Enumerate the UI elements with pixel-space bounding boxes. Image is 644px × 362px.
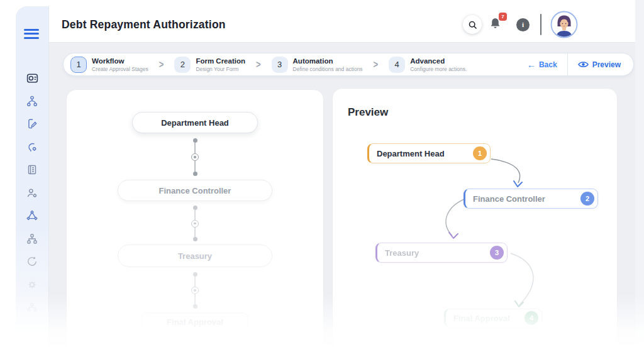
- info-button[interactable]: i: [516, 6, 530, 43]
- search-button[interactable]: [463, 6, 482, 43]
- stage-node-treasury[interactable]: Treasury: [118, 244, 272, 267]
- approval-stages-icon: [26, 95, 38, 107]
- sidebar-item-forms[interactable]: [16, 112, 48, 136]
- sidebar-item-settings[interactable]: [16, 273, 48, 297]
- preview-stage-label: Final Approval: [453, 314, 510, 323]
- sidebar-item-user-settings[interactable]: [16, 182, 48, 205]
- sitemap-icon: [26, 301, 38, 314]
- form-edit-icon: [26, 118, 38, 130]
- sidebar-item-teams[interactable]: [16, 296, 48, 319]
- info-icon: i: [516, 18, 530, 31]
- sidebar-item-org-chart[interactable]: [16, 228, 48, 251]
- page-gutter: [635, 0, 644, 362]
- org-chart-icon: [26, 233, 38, 245]
- sidebar: [16, 6, 49, 362]
- step-3-description: Define conditions and actions: [293, 66, 363, 72]
- search-icon: [468, 20, 477, 30]
- notifications-button[interactable]: 7: [489, 6, 502, 43]
- sidebar-item-network[interactable]: [16, 204, 48, 228]
- preview-stage-label: Department Head: [377, 149, 445, 158]
- step-2-description: Design Your Form: [196, 66, 245, 72]
- stage-node-department-head[interactable]: Department Head: [132, 112, 258, 133]
- report-icon: [26, 163, 38, 176]
- arrowhead-blue: [514, 181, 522, 187]
- connector-add-node[interactable]: [191, 153, 199, 161]
- notification-badge: 7: [499, 13, 507, 21]
- back-label: Back: [539, 60, 557, 69]
- connector-add-node[interactable]: [191, 287, 199, 294]
- step-4-description: Configure more actions.: [410, 66, 467, 72]
- step-3-label: Automation: [293, 57, 363, 65]
- preview-stage-treasury: Treasury 3: [375, 243, 508, 263]
- step-4-label: Advanced: [410, 57, 467, 65]
- chevron-right-icon: >: [374, 58, 379, 70]
- sidebar-item-dashboard[interactable]: [16, 67, 48, 90]
- step-form-creation[interactable]: 2 Form Creation Design Your Form: [174, 57, 245, 73]
- preview-panel-title: Preview: [348, 106, 388, 119]
- automation-icon: [26, 141, 38, 153]
- hamburger-icon: [24, 29, 39, 31]
- step-1-label: Workflow: [92, 57, 148, 65]
- step-2-number: 2: [174, 57, 191, 73]
- workflow-stepper: 1 Workflow Create Approval Stages > 2 Fo…: [63, 53, 634, 76]
- preview-label: Preview: [592, 60, 621, 69]
- step-2-label: Form Creation: [196, 57, 245, 65]
- header: Debt Repayment Authorization 7 i: [49, 6, 635, 43]
- stage-connector: [191, 267, 199, 312]
- preview-stage-department-head: Department Head 1: [367, 143, 491, 163]
- arrowhead-purple: [449, 233, 458, 238]
- back-arrow-icon: ←: [527, 60, 536, 70]
- eye-icon: [578, 60, 589, 69]
- dashboard-icon: [26, 72, 39, 85]
- app-window: Debt Repayment Authorization 7 i: [0, 0, 644, 362]
- stage-connector: [191, 201, 199, 244]
- page-title: Debt Repayment Authorization: [62, 6, 226, 43]
- preview-stage-label: Finance Controller: [473, 194, 545, 204]
- stage-node-final-approval[interactable]: Final Approval: [142, 312, 248, 331]
- step-4-number: 4: [389, 57, 405, 73]
- step-1-number: 1: [70, 57, 87, 73]
- user-settings-icon: [26, 187, 38, 199]
- preview-stage-final-approval: Final Approval 4: [444, 309, 542, 327]
- sidebar-nav: [16, 67, 48, 319]
- workflow-builder-panel: Department Head Finance Controller Treas…: [66, 89, 324, 349]
- sidebar-item-automation[interactable]: [16, 136, 48, 159]
- gear-icon: [26, 278, 38, 291]
- chevron-right-icon: >: [256, 58, 261, 70]
- preview-stage-finance-controller: Finance Controller 2: [464, 189, 598, 209]
- step-3-number: 3: [272, 57, 288, 73]
- preview-panel: Preview Department Head 1 Finance Contro…: [332, 88, 618, 349]
- preview-stage-badge: 3: [490, 246, 504, 260]
- sidebar-item-approval-stages[interactable]: [16, 90, 48, 113]
- arrowhead-green: [515, 301, 523, 307]
- step-workflow[interactable]: 1 Workflow Create Approval Stages: [70, 57, 148, 73]
- preview-button[interactable]: Preview: [568, 53, 633, 76]
- connector-add-node[interactable]: [191, 220, 199, 228]
- user-avatar[interactable]: [550, 6, 578, 43]
- header-divider: [540, 14, 541, 35]
- stage-node-finance-controller[interactable]: Finance Controller: [118, 180, 272, 201]
- preview-stage-badge: 4: [525, 311, 538, 325]
- preview-stage-label: Treasury: [385, 248, 419, 258]
- step-automation[interactable]: 3 Automation Define conditions and actio…: [272, 57, 363, 73]
- step-1-description: Create Approval Stages: [92, 66, 148, 72]
- history-icon: [26, 255, 38, 268]
- stage-connector: [191, 133, 199, 180]
- preview-stage-badge: 1: [473, 146, 487, 160]
- preview-stage-badge: 2: [580, 192, 594, 206]
- avatar-image: [550, 11, 578, 38]
- sidebar-item-reports[interactable]: [16, 158, 48, 182]
- menu-toggle-button[interactable]: [24, 26, 39, 41]
- network-icon: [26, 209, 38, 222]
- sidebar-item-history[interactable]: [16, 250, 48, 273]
- back-button[interactable]: ← Back: [527, 60, 557, 70]
- chevron-right-icon: >: [159, 58, 164, 70]
- step-advanced[interactable]: 4 Advanced Configure more actions.: [389, 57, 467, 73]
